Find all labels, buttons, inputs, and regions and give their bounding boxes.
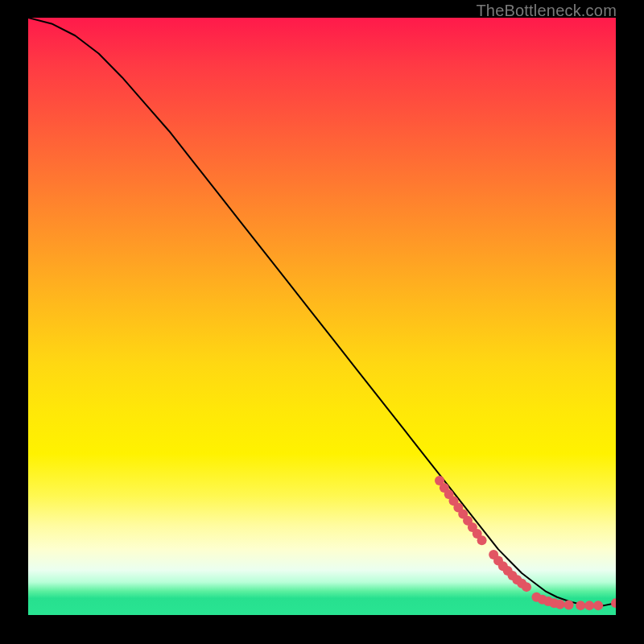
watermark-text: TheBottleneck.com [476, 2, 617, 20]
chart-frame: TheBottleneck.com [0, 0, 644, 644]
data-point [593, 601, 603, 610]
data-point [584, 601, 594, 610]
data-point [522, 582, 531, 592]
data-point [576, 601, 585, 610]
plot-area [28, 18, 616, 615]
data-point [477, 535, 487, 545]
bottleneck-curve [28, 18, 616, 605]
chart-svg [28, 18, 616, 615]
data-point [611, 598, 616, 608]
data-point [555, 600, 565, 609]
data-point [564, 600, 574, 609]
